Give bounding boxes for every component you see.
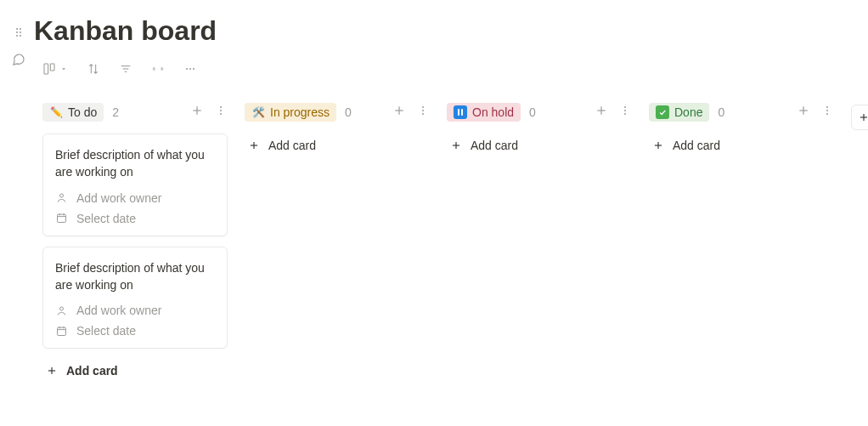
add-card-button[interactable]: Add card bbox=[447, 133, 632, 157]
pencil-icon: ✏️ bbox=[49, 105, 63, 119]
column-done: Done 0 Add card bbox=[649, 103, 834, 157]
board-toolbar bbox=[42, 59, 868, 79]
column-pill-inprogress[interactable]: 🛠️ In progress bbox=[245, 103, 336, 122]
add-card-label: Add card bbox=[268, 139, 316, 152]
card-date-field[interactable]: Select date bbox=[55, 324, 215, 338]
pause-icon bbox=[454, 105, 467, 119]
add-card-button[interactable]: Add card bbox=[245, 133, 430, 157]
card-date-field[interactable]: Select date bbox=[55, 212, 215, 225]
svg-point-0 bbox=[16, 28, 18, 30]
check-icon bbox=[656, 105, 669, 119]
column-menu-icon[interactable] bbox=[618, 104, 632, 121]
svg-rect-6 bbox=[44, 64, 48, 74]
card-title: Brief description of what you are workin… bbox=[55, 259, 215, 294]
add-card-icon[interactable] bbox=[797, 104, 810, 121]
card-owner-label: Add work owner bbox=[76, 191, 161, 205]
add-card-icon[interactable] bbox=[190, 104, 204, 121]
column-count: 2 bbox=[112, 105, 119, 119]
card-date-label: Select date bbox=[76, 324, 136, 338]
column-onhold: On hold 0 Add card bbox=[447, 103, 632, 157]
svg-point-34 bbox=[422, 110, 424, 111]
column-todo: ✏️ To do 2 Brief description of what you… bbox=[42, 103, 228, 383]
column-menu-icon[interactable] bbox=[214, 104, 228, 121]
add-card-button[interactable]: Add card bbox=[649, 133, 834, 157]
plus-icon bbox=[652, 139, 664, 151]
comment-icon[interactable] bbox=[12, 53, 25, 70]
svg-point-5 bbox=[20, 35, 21, 37]
person-icon bbox=[55, 304, 68, 317]
add-card-icon[interactable] bbox=[595, 104, 608, 121]
filter-button[interactable] bbox=[119, 62, 132, 76]
svg-point-18 bbox=[220, 113, 222, 115]
svg-point-11 bbox=[186, 68, 188, 70]
svg-point-35 bbox=[422, 113, 424, 115]
column-pill-todo[interactable]: ✏️ To do bbox=[42, 103, 104, 122]
svg-point-19 bbox=[60, 194, 64, 197]
column-pill-onhold[interactable]: On hold bbox=[447, 103, 521, 122]
svg-point-40 bbox=[624, 106, 626, 108]
svg-point-12 bbox=[189, 68, 191, 70]
column-pill-done[interactable]: Done bbox=[649, 103, 709, 122]
svg-point-47 bbox=[826, 106, 828, 108]
card-owner-field[interactable]: Add work owner bbox=[55, 304, 215, 317]
expand-button[interactable] bbox=[151, 62, 165, 76]
sort-button[interactable] bbox=[87, 62, 100, 76]
column-label: Done bbox=[674, 105, 702, 119]
add-card-label: Add card bbox=[673, 139, 720, 152]
svg-point-1 bbox=[20, 28, 21, 30]
drag-handle-icon[interactable] bbox=[12, 26, 25, 43]
plus-icon bbox=[450, 139, 462, 151]
column-menu-icon[interactable] bbox=[416, 104, 430, 121]
column-menu-icon[interactable] bbox=[820, 104, 834, 121]
column-count: 0 bbox=[718, 105, 724, 119]
column-label: To do bbox=[68, 105, 97, 119]
svg-point-13 bbox=[193, 68, 194, 70]
more-options-button[interactable] bbox=[183, 62, 197, 76]
plus-icon bbox=[248, 139, 260, 151]
svg-point-16 bbox=[220, 106, 222, 108]
svg-point-49 bbox=[826, 113, 828, 115]
add-card-label: Add card bbox=[66, 364, 118, 378]
page-title: Kanban board bbox=[34, 15, 868, 47]
column-inprogress: 🛠️ In progress 0 Add card bbox=[245, 103, 430, 157]
card[interactable]: Brief description of what you are workin… bbox=[42, 247, 228, 349]
svg-rect-7 bbox=[50, 64, 54, 71]
column-count: 0 bbox=[529, 105, 536, 119]
column-label: On hold bbox=[472, 105, 514, 119]
card-date-label: Select date bbox=[76, 212, 136, 225]
card-title: Brief description of what you are workin… bbox=[55, 146, 215, 181]
svg-point-3 bbox=[20, 31, 21, 33]
tools-icon: 🛠️ bbox=[251, 105, 265, 119]
svg-point-42 bbox=[624, 113, 626, 115]
plus-icon bbox=[858, 111, 868, 123]
svg-point-48 bbox=[826, 110, 828, 111]
column-label: In progress bbox=[270, 105, 330, 119]
svg-point-2 bbox=[16, 31, 18, 33]
card[interactable]: Brief description of what you are workin… bbox=[42, 133, 228, 236]
add-card-icon[interactable] bbox=[392, 104, 406, 121]
plus-icon bbox=[46, 365, 58, 377]
add-card-label: Add card bbox=[471, 139, 518, 152]
calendar-icon bbox=[55, 212, 68, 224]
person-icon bbox=[55, 191, 68, 204]
svg-point-24 bbox=[60, 307, 64, 310]
view-switcher[interactable] bbox=[42, 62, 68, 76]
svg-rect-25 bbox=[58, 327, 66, 335]
kanban-board: ✏️ To do 2 Brief description of what you… bbox=[34, 103, 868, 383]
svg-point-17 bbox=[220, 110, 222, 111]
column-count: 0 bbox=[345, 105, 352, 119]
svg-point-41 bbox=[624, 110, 626, 111]
calendar-icon bbox=[55, 325, 68, 338]
add-column-button[interactable] bbox=[851, 105, 868, 130]
add-card-button[interactable]: Add card bbox=[42, 359, 228, 383]
card-owner-label: Add work owner bbox=[76, 304, 161, 317]
svg-rect-20 bbox=[58, 214, 66, 222]
svg-point-4 bbox=[16, 35, 18, 37]
card-owner-field[interactable]: Add work owner bbox=[55, 191, 215, 205]
svg-point-33 bbox=[422, 106, 424, 108]
